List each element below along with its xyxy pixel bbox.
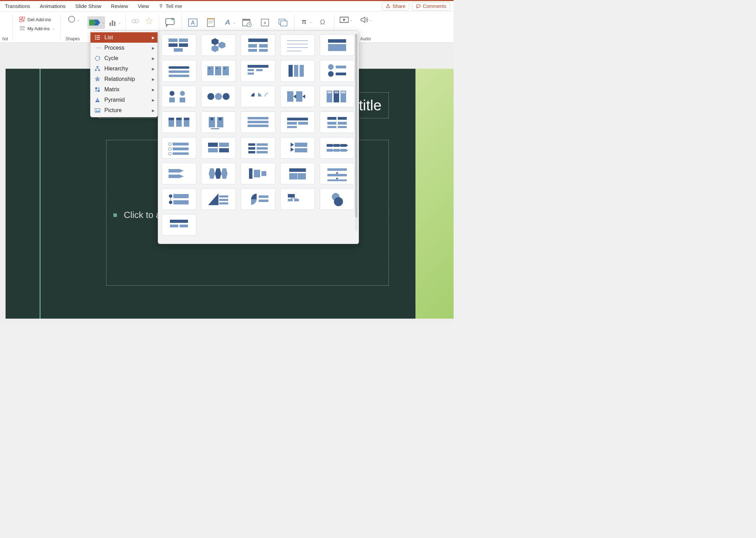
svg-rect-123 bbox=[327, 122, 336, 125]
gallery-thumb[interactable] bbox=[162, 86, 196, 107]
gallery-thumb[interactable] bbox=[241, 111, 275, 133]
gallery-thumb[interactable] bbox=[320, 60, 354, 82]
svg-rect-58 bbox=[248, 39, 268, 42]
gallery-thumb[interactable] bbox=[241, 163, 275, 184]
equation-button[interactable]: π ⌵ bbox=[299, 16, 312, 28]
tab-review[interactable]: Review bbox=[111, 3, 128, 9]
gallery-thumb[interactable] bbox=[320, 34, 354, 56]
submenu-arrow-icon: ▶ bbox=[152, 77, 155, 81]
gallery-thumb[interactable] bbox=[162, 214, 196, 236]
action-button[interactable] bbox=[144, 16, 154, 26]
gallery-thumb[interactable] bbox=[280, 34, 315, 56]
shapes-button[interactable]: ⌵ bbox=[67, 14, 79, 26]
menu-item-process[interactable]: Process ▶ bbox=[91, 43, 157, 53]
svg-rect-46 bbox=[95, 90, 97, 92]
list-icon bbox=[94, 34, 101, 41]
gallery-thumb[interactable] bbox=[280, 163, 315, 184]
video-button[interactable]: ⌵ bbox=[339, 14, 352, 26]
header-footer-button[interactable] bbox=[205, 16, 217, 29]
gallery-thumb[interactable] bbox=[320, 188, 354, 210]
svg-rect-33 bbox=[340, 22, 348, 23]
menu-label: List bbox=[104, 34, 113, 41]
bullet-icon bbox=[113, 213, 117, 217]
tab-transitions[interactable]: Transitions bbox=[5, 3, 30, 9]
gallery-thumb[interactable] bbox=[241, 60, 275, 82]
chart-button[interactable]: ⌵ bbox=[108, 16, 120, 29]
svg-rect-102 bbox=[334, 91, 338, 93]
gallery-thumb[interactable] bbox=[241, 86, 275, 107]
text-box-button[interactable]: A bbox=[187, 16, 199, 29]
gallery-thumb[interactable] bbox=[162, 137, 196, 159]
svg-rect-176 bbox=[180, 225, 188, 227]
gallery-thumb[interactable] bbox=[241, 34, 275, 56]
svg-rect-80 bbox=[248, 73, 254, 75]
menu-item-picture[interactable]: Picture ▶ bbox=[91, 105, 157, 116]
menu-label: Pyramid bbox=[104, 97, 125, 103]
date-time-button[interactable] bbox=[241, 16, 253, 29]
svg-rect-145 bbox=[169, 169, 180, 173]
gallery-thumb[interactable] bbox=[241, 137, 275, 159]
my-addins-button[interactable]: My Add-ins ⌵ bbox=[18, 25, 55, 32]
gallery-thumb[interactable] bbox=[280, 188, 315, 210]
gallery-thumb[interactable] bbox=[201, 34, 236, 56]
svg-point-0 bbox=[160, 4, 162, 6]
svg-point-75 bbox=[209, 68, 210, 69]
tell-me[interactable]: Tell me bbox=[159, 3, 182, 9]
svg-rect-1 bbox=[416, 5, 420, 7]
slide-number-button[interactable]: # bbox=[259, 16, 271, 29]
chevron-down-icon: ⌵ bbox=[52, 27, 54, 30]
gallery-thumb[interactable] bbox=[162, 34, 196, 56]
menu-item-list[interactable]: List ▶ bbox=[91, 32, 157, 43]
gallery-thumb[interactable] bbox=[280, 86, 315, 107]
gallery-thumb[interactable] bbox=[201, 137, 236, 159]
svg-rect-62 bbox=[259, 49, 268, 52]
gallery-thumb[interactable] bbox=[320, 163, 354, 184]
tab-animations[interactable]: Animations bbox=[40, 3, 66, 9]
gallery-thumb[interactable] bbox=[162, 188, 196, 210]
tab-slideshow[interactable]: Slide Show bbox=[75, 3, 101, 9]
svg-rect-140 bbox=[257, 147, 268, 150]
gallery-thumb[interactable] bbox=[201, 188, 236, 210]
gallery-thumb[interactable] bbox=[280, 111, 315, 133]
menu-item-relationship[interactable]: Relationship ▶ bbox=[91, 74, 157, 84]
svg-rect-74 bbox=[223, 66, 229, 75]
menu-item-cycle[interactable]: Cycle ▶ bbox=[91, 53, 157, 64]
submenu-arrow-icon: ▶ bbox=[152, 88, 155, 92]
audio-button[interactable]: ⌵ bbox=[359, 14, 372, 26]
object-button[interactable] bbox=[277, 16, 289, 29]
comment-button[interactable] bbox=[164, 16, 177, 29]
share-button[interactable]: Share bbox=[382, 2, 409, 10]
gallery-thumb[interactable] bbox=[320, 137, 354, 159]
scrollbar-thumb[interactable] bbox=[355, 34, 358, 218]
gallery-thumb[interactable] bbox=[201, 86, 236, 107]
menu-item-matrix[interactable]: Matrix ▶ bbox=[91, 84, 157, 95]
gallery-thumb[interactable] bbox=[280, 137, 315, 159]
wordart-button[interactable]: A ⌵ bbox=[223, 16, 235, 29]
menu-item-pyramid[interactable]: Pyramid ▶ bbox=[91, 95, 157, 105]
screenshot-group-label: hot bbox=[2, 36, 8, 41]
svg-rect-38 bbox=[95, 39, 96, 40]
gallery-thumb[interactable] bbox=[201, 60, 236, 82]
gallery-thumb[interactable] bbox=[162, 60, 196, 82]
svg-rect-101 bbox=[327, 91, 332, 93]
gallery-thumb[interactable] bbox=[162, 163, 196, 184]
get-addins-button[interactable]: Get Add-ins bbox=[18, 16, 55, 23]
svg-rect-79 bbox=[248, 69, 254, 71]
gallery-thumb[interactable] bbox=[320, 111, 354, 133]
link-button[interactable] bbox=[130, 16, 140, 26]
comments-button[interactable]: Comments bbox=[412, 2, 450, 10]
svg-point-95 bbox=[223, 93, 230, 100]
gallery-thumb[interactable] bbox=[320, 86, 354, 107]
smartart-button[interactable]: ⌵ bbox=[87, 16, 105, 29]
menu-item-hierarchy[interactable]: Hierarchy ▶ bbox=[91, 64, 157, 74]
gallery-scrollbar[interactable] bbox=[355, 34, 358, 232]
tab-view[interactable]: View bbox=[138, 3, 149, 9]
gallery-thumb[interactable] bbox=[241, 188, 275, 210]
chevron-down-icon: ⌵ bbox=[119, 21, 120, 24]
gallery-thumb[interactable] bbox=[201, 111, 236, 133]
gallery-thumb[interactable] bbox=[280, 60, 315, 82]
symbol-button[interactable]: Ω bbox=[317, 16, 329, 28]
gallery-thumb[interactable] bbox=[201, 163, 236, 184]
svg-point-94 bbox=[215, 93, 222, 100]
gallery-thumb[interactable] bbox=[162, 111, 196, 133]
